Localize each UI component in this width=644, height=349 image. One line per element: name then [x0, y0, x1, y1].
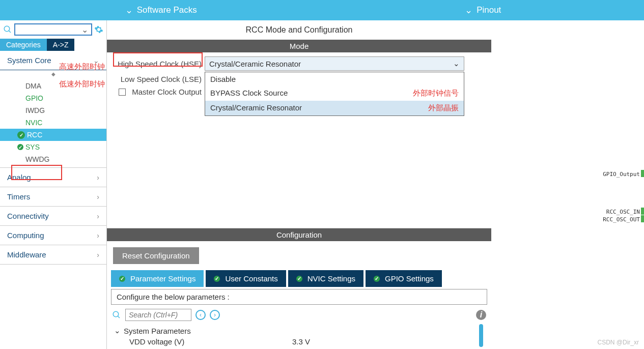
check-icon — [214, 276, 220, 282]
tree-item-sys[interactable]: SYS — [0, 141, 106, 153]
check-icon — [374, 276, 380, 282]
gear-icon[interactable] — [94, 25, 103, 34]
check-icon — [17, 131, 25, 139]
chevron-right-icon: › — [97, 173, 99, 182]
chevron-right-icon: › — [97, 212, 99, 220]
tab-gpio-settings[interactable]: GPIO Settings — [366, 270, 442, 287]
top-toolbar: Software Packs Pinout — [0, 0, 644, 20]
svg-point-2 — [113, 311, 119, 317]
mode-header: Mode — [107, 40, 491, 52]
chevron-down-icon: ⌄ — [114, 326, 121, 335]
tree-item-dma[interactable]: DMA — [0, 80, 106, 92]
reset-configuration-button[interactable]: Reset Configuration — [113, 247, 199, 264]
search-icon — [3, 25, 12, 34]
info-icon[interactable]: i — [476, 310, 486, 320]
pin-label-gpio-output: GPIO_Output — [603, 171, 640, 178]
chevron-down-icon — [125, 5, 133, 16]
menu-pinout[interactable]: Pinout — [322, 1, 645, 20]
config-description: Configure the below parameters : — [111, 289, 487, 305]
categories-sidebar: ⌄ Categories A->Z System Core ⌄ ◆ DMA GP… — [0, 20, 107, 349]
tree-item-nvic[interactable]: NVIC — [0, 117, 106, 129]
category-analog[interactable]: Analog› — [0, 168, 106, 187]
dropdown-opt-disable[interactable]: Disable — [205, 72, 464, 86]
chevron-right-icon: › — [97, 251, 99, 259]
hse-select[interactable]: Crystal/Ceramic Resonator⌄ — [205, 56, 464, 71]
config-search-input[interactable] — [125, 309, 191, 321]
chevron-down-icon — [465, 5, 472, 16]
check-icon — [17, 144, 23, 150]
chevron-down-icon: ⌄ — [93, 56, 99, 65]
hse-dropdown: Disable BYPASS Clock Source外部时钟信号 Crysta… — [205, 72, 464, 116]
watermark: CSDN @Dir_xr — [597, 339, 639, 346]
check-icon — [296, 276, 302, 282]
lse-label: Low Speed Clock (LSE) — [115, 75, 205, 83]
menu-software-packs[interactable]: Software Packs — [0, 1, 322, 20]
svg-line-3 — [118, 316, 120, 318]
pin-block[interactable] — [641, 170, 644, 177]
chevron-down-icon: ⌄ — [453, 59, 460, 68]
chevron-down-icon: ⌄ — [81, 25, 88, 35]
search-icon — [112, 310, 121, 319]
pin-label-rcc-osc-in: RCC_OSC_IN — [606, 209, 640, 215]
tab-az[interactable]: A->Z — [47, 39, 75, 51]
pinout-panel: GPIO_Output RCC_OSC_IN RCC_OSC_OUT — [491, 20, 644, 349]
master-clock-checkbox[interactable] — [119, 89, 126, 96]
check-icon — [119, 276, 125, 282]
tree-item-iwdg[interactable]: IWDG — [0, 104, 106, 117]
svg-point-0 — [4, 26, 10, 32]
category-connectivity[interactable]: Connectivity› — [0, 207, 106, 225]
chevron-right-icon: › — [97, 231, 99, 240]
next-button[interactable]: › — [210, 310, 220, 320]
search-input[interactable]: ⌄ — [14, 23, 92, 36]
tree-item-rcc[interactable]: RCC — [0, 129, 106, 141]
dropdown-opt-bypass[interactable]: BYPASS Clock Source外部时钟信号 — [205, 86, 464, 101]
hse-label: High Speed Clock (HSE) — [115, 60, 205, 68]
scrollbar[interactable] — [479, 324, 483, 347]
tree-item-gpio[interactable]: GPIO — [0, 92, 106, 104]
prev-button[interactable]: ‹ — [195, 310, 206, 320]
pin-block[interactable] — [641, 215, 644, 222]
tab-user-constants[interactable]: User Constants — [206, 270, 286, 287]
category-system-core[interactable]: System Core ⌄ — [0, 51, 106, 70]
svg-line-1 — [9, 31, 11, 33]
category-middleware[interactable]: Middleware› — [0, 245, 106, 264]
tree-item-wwdg[interactable]: WWDG — [0, 153, 106, 165]
annotation-crystal: 外部晶振 — [428, 103, 459, 113]
tab-nvic-settings[interactable]: NVIC Settings — [288, 270, 363, 287]
category-timers[interactable]: Timers› — [0, 187, 106, 206]
tab-categories[interactable]: Categories — [0, 39, 47, 51]
chevron-right-icon: › — [97, 193, 99, 201]
sort-icon[interactable]: ◆ — [0, 70, 106, 78]
annotation-bypass: 外部时钟信号 — [413, 89, 459, 98]
param-group-system[interactable]: ⌄System Parameters — [114, 326, 484, 335]
center-panel: RCC Mode and Configuration Mode High Spe… — [107, 20, 491, 349]
dropdown-opt-crystal[interactable]: Crystal/Ceramic Resonator外部晶振 — [205, 101, 464, 115]
param-row-vdd[interactable]: VDD voltage (V) 3.3 V — [114, 335, 484, 348]
pin-block[interactable] — [641, 208, 644, 215]
tab-parameter-settings[interactable]: Parameter Settings — [111, 270, 204, 287]
category-computing[interactable]: Computing› — [0, 226, 106, 245]
config-header: Configuration — [107, 228, 491, 241]
panel-title: RCC Mode and Configuration — [107, 20, 491, 40]
pin-label-rcc-osc-out: RCC_OSC_OUT — [603, 216, 640, 223]
master-clock-label: Master Clock Output — [132, 88, 202, 96]
